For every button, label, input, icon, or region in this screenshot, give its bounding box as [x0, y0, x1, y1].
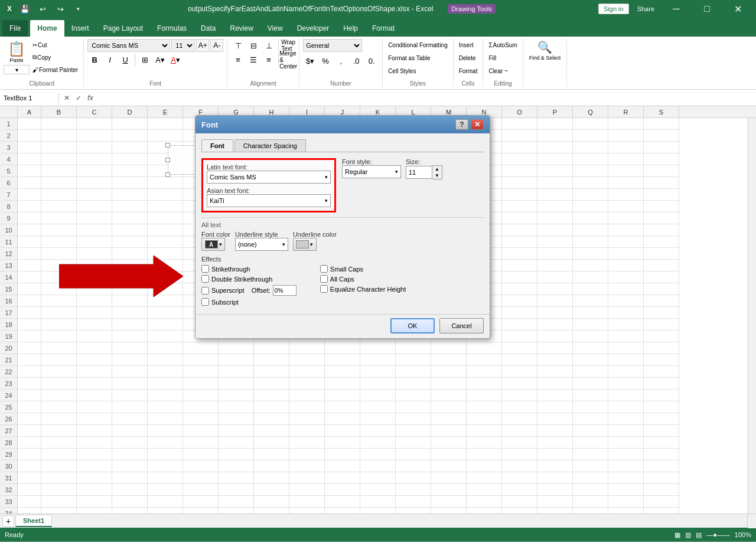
cell-33-8[interactable]	[289, 496, 325, 508]
cell-21-10[interactable]	[360, 354, 396, 366]
cell-26-13[interactable]	[467, 413, 502, 425]
cell-19-17[interactable]	[608, 331, 644, 342]
cell-27-10[interactable]	[360, 425, 396, 437]
cell-6-16[interactable]	[573, 177, 608, 189]
cell-1-1[interactable]	[41, 118, 77, 130]
cell-5-14[interactable]	[502, 165, 537, 177]
cell-12-0[interactable]	[18, 248, 41, 260]
cell-17-2[interactable]	[77, 307, 112, 319]
dialog-help-button[interactable]: ?	[455, 119, 468, 130]
cell-9-14[interactable]	[502, 212, 537, 224]
handle-ml[interactable]	[165, 158, 170, 162]
cell-31-18[interactable]	[644, 472, 679, 484]
underline-color-button[interactable]: ▾	[293, 238, 317, 251]
cell-20-16[interactable]	[573, 342, 608, 354]
align-center-button[interactable]: ☰	[246, 53, 260, 66]
cell-27-14[interactable]	[502, 425, 537, 437]
cell-10-4[interactable]	[148, 224, 183, 236]
cell-23-14[interactable]	[502, 378, 537, 390]
cell-29-16[interactable]	[573, 449, 608, 460]
cell-17-15[interactable]	[537, 307, 573, 319]
cell-28-7[interactable]	[254, 437, 289, 449]
font-size-up[interactable]: ▲	[432, 166, 442, 172]
cell-34-17[interactable]	[608, 508, 644, 514]
cell-33-0[interactable]	[18, 496, 41, 508]
cell-23-4[interactable]	[148, 378, 183, 390]
cell-31-13[interactable]	[467, 472, 502, 484]
qat-dropdown[interactable]: ▾	[71, 2, 85, 16]
cell-19-14[interactable]	[502, 331, 537, 342]
cell-16-17[interactable]	[608, 295, 644, 307]
cell-26-14[interactable]	[502, 413, 537, 425]
cell-20-13[interactable]	[467, 342, 502, 354]
cell-23-3[interactable]	[112, 378, 148, 390]
cell-9-2[interactable]	[77, 212, 112, 224]
horizontal-scrollbar[interactable]	[54, 514, 748, 528]
cell-16-14[interactable]	[502, 295, 537, 307]
underline-button[interactable]: U	[118, 53, 132, 66]
status-view-page-break[interactable]: ▤	[696, 531, 702, 539]
cell-32-16[interactable]	[573, 484, 608, 496]
cell-31-16[interactable]	[573, 472, 608, 484]
cell-25-18[interactable]	[644, 401, 679, 413]
cell-20-15[interactable]	[537, 342, 573, 354]
cell-31-9[interactable]	[325, 472, 360, 484]
cell-12-16[interactable]	[573, 248, 608, 260]
conditional-formatting-button[interactable]: Conditional Formatting	[386, 39, 449, 51]
cell-23-8[interactable]	[289, 378, 325, 390]
cell-29-15[interactable]	[537, 449, 573, 460]
underline-style-select[interactable]: (none) ▾	[235, 238, 288, 251]
cell-22-18[interactable]	[644, 366, 679, 378]
cell-31-5[interactable]	[183, 472, 219, 484]
formula-confirm-icon[interactable]: ✓	[73, 93, 84, 103]
tab-insert[interactable]: Insert	[64, 20, 96, 37]
cell-20-17[interactable]	[608, 342, 644, 354]
cell-18-17[interactable]	[608, 319, 644, 331]
cell-25-6[interactable]	[219, 401, 254, 413]
cell-28-9[interactable]	[325, 437, 360, 449]
cell-33-2[interactable]	[77, 496, 112, 508]
cell-2-18[interactable]	[644, 130, 679, 142]
cell-25-13[interactable]	[467, 401, 502, 413]
cell-4-15[interactable]	[537, 153, 573, 165]
status-view-normal[interactable]: ▦	[674, 531, 680, 539]
cell-20-8[interactable]	[289, 342, 325, 354]
cell-34-0[interactable]	[18, 508, 41, 514]
cell-24-15[interactable]	[537, 390, 573, 401]
font-size-select[interactable]: 11	[171, 39, 195, 52]
cell-23-16[interactable]	[573, 378, 608, 390]
cell-28-1[interactable]	[41, 437, 77, 449]
percent-button[interactable]: %	[318, 54, 333, 67]
cell-34-7[interactable]	[254, 508, 289, 514]
cell-24-17[interactable]	[608, 390, 644, 401]
cell-20-2[interactable]	[77, 342, 112, 354]
cell-2-14[interactable]	[502, 130, 537, 142]
cell-8-2[interactable]	[77, 201, 112, 212]
cell-34-4[interactable]	[148, 508, 183, 514]
col-header-E[interactable]: E	[148, 106, 183, 117]
cancel-button[interactable]: Cancel	[439, 318, 484, 333]
cell-28-0[interactable]	[18, 437, 41, 449]
cell-23-7[interactable]	[254, 378, 289, 390]
tab-formulas[interactable]: Formulas	[150, 20, 194, 37]
ok-button[interactable]: OK	[390, 318, 435, 333]
cell-21-8[interactable]	[289, 354, 325, 366]
cell-20-11[interactable]	[396, 342, 431, 354]
cell-22-14[interactable]	[502, 366, 537, 378]
cell-23-17[interactable]	[608, 378, 644, 390]
cell-1-4[interactable]	[148, 118, 183, 130]
cell-25-7[interactable]	[254, 401, 289, 413]
cell-34-10[interactable]	[360, 508, 396, 514]
cell-1-18[interactable]	[644, 118, 679, 130]
cell-11-4[interactable]	[148, 236, 183, 248]
decrease-font-button[interactable]: A-	[210, 39, 223, 52]
add-sheet-button[interactable]: +	[2, 515, 14, 527]
cell-31-11[interactable]	[396, 472, 431, 484]
cell-34-18[interactable]	[644, 508, 679, 514]
cell-20-18[interactable]	[644, 342, 679, 354]
cell-8-18[interactable]	[644, 201, 679, 212]
cell-22-1[interactable]	[41, 366, 77, 378]
col-header-S[interactable]: S	[644, 106, 679, 117]
cell-9-4[interactable]	[148, 212, 183, 224]
cell-30-11[interactable]	[396, 460, 431, 472]
